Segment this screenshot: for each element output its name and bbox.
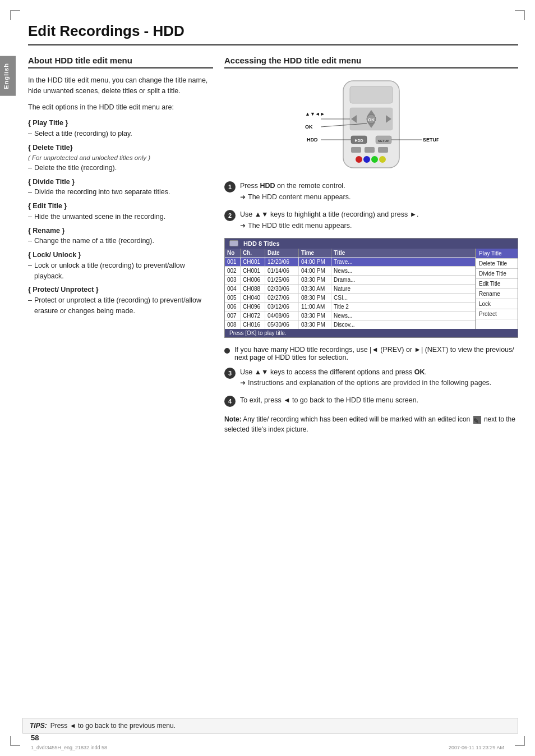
step-4-body: To exit, press ◄ to go back to the HDD t… xyxy=(240,395,518,407)
hdd-col-headers: No Ch. Date Time Title xyxy=(225,249,476,257)
step-2-arrow-text: The HDD title edit menu appears. xyxy=(248,222,352,230)
hdd-table: HDD 8 Titles No Ch. Date Time Title xyxy=(224,238,518,338)
cell-no: 004 xyxy=(225,285,241,293)
cell-no: 008 xyxy=(225,320,241,329)
menu-item-delete: { Delete Title} ( For unprotected and un… xyxy=(28,143,213,173)
cell-title: Trave... xyxy=(331,258,476,266)
menu-item-rename-desc: – Change the name of a title (recording)… xyxy=(28,236,213,246)
col-title-header: Title xyxy=(331,249,476,257)
step-4-num: 4 xyxy=(224,396,236,407)
step-3: 3 Use ▲▼ keys to access the different op… xyxy=(224,367,518,389)
dash: – xyxy=(28,260,32,282)
menu-item-delete-title: Delete Title xyxy=(476,259,518,269)
cell-title: Title 2 xyxy=(331,303,476,311)
cell-ch: CH072 xyxy=(241,311,265,320)
hdd-table-icon xyxy=(229,240,238,246)
left-section-heading: About HDD title edit menu xyxy=(28,56,213,68)
dash: – xyxy=(28,212,32,222)
cell-time: 04:00 PM xyxy=(299,258,331,266)
page-title: Edit Recordings - HDD xyxy=(28,22,518,45)
hdd-table-layout: No Ch. Date Time Title 001 CH001 12/20/0… xyxy=(225,249,518,329)
menu-item-delete-desc-text: Delete the title (recording). xyxy=(34,163,117,173)
cell-date: 05/30/06 xyxy=(265,320,299,329)
dash: – xyxy=(28,163,32,173)
hdd-table-data: No Ch. Date Time Title 001 CH001 12/20/0… xyxy=(225,249,476,329)
step-1: 1 Press HDD on the remote control. ➜ The… xyxy=(224,181,518,203)
svg-text:SETUP: SETUP xyxy=(423,137,439,143)
cell-title: CSI... xyxy=(331,294,476,302)
cell-ch: CH088 xyxy=(241,285,265,293)
right-column: Accessing the HDD title edit menu xyxy=(224,56,518,434)
menu-item-protect-desc-text: Protect or unprotect a title (recording)… xyxy=(34,295,213,317)
main-content: Edit Recordings - HDD About HDD title ed… xyxy=(22,0,518,434)
menu-item-rename-desc-text: Change the name of a title (recording). xyxy=(34,236,154,246)
cell-time: 04:00 PM xyxy=(299,267,331,275)
menu-item-protect: Protect xyxy=(476,309,518,319)
table-row: 001 CH001 12/20/06 04:00 PM Trave... xyxy=(225,257,476,266)
cell-time: 03:30 PM xyxy=(299,320,331,329)
menu-item-lock: Lock xyxy=(476,299,518,309)
remote-container: OK HDD SETUP xyxy=(224,75,518,171)
table-row: 008 CH016 05/30/06 03:30 PM Discov... xyxy=(225,320,476,329)
cell-no: 002 xyxy=(225,267,241,275)
menu-item-edit-desc: – Hide the unwanted scene in the recordi… xyxy=(28,212,213,222)
remote-svg: OK HDD SETUP xyxy=(304,75,439,171)
table-row: 004 CH088 02/30/06 03:30 AM Nature xyxy=(225,284,476,293)
svg-rect-1 xyxy=(350,86,393,103)
table-row: 003 CH006 01/25/06 03:30 PM Drama... xyxy=(225,275,476,284)
menu-item-edit-title: Edit Title xyxy=(476,279,518,289)
step-3-text: Use ▲▼ keys to access the different opti… xyxy=(240,367,518,378)
svg-point-18 xyxy=(371,156,378,163)
table-row: 007 CH072 04/08/06 03:30 PM News... xyxy=(225,311,476,320)
cell-no: 001 xyxy=(225,258,241,266)
remote-illustration: OK HDD SETUP xyxy=(304,75,439,171)
note-block: Note: Any title/ recording which has bee… xyxy=(224,414,518,434)
intro-para-1: In the HDD title edit menu, you can chan… xyxy=(28,75,213,97)
cell-date: 02/30/06 xyxy=(265,285,299,293)
table-row: 002 CH001 01/14/06 04:00 PM News... xyxy=(225,266,476,275)
svg-point-16 xyxy=(356,156,362,163)
dash: – xyxy=(28,236,32,246)
two-col-layout: About HDD title edit menu In the HDD tit… xyxy=(22,56,518,434)
col-ch-header: Ch. xyxy=(241,249,265,257)
cell-ch: CH001 xyxy=(241,267,265,275)
cell-no: 007 xyxy=(225,311,241,320)
menu-item-delete-desc: – Delete the title (recording). xyxy=(28,163,213,173)
dash: – xyxy=(28,187,32,198)
menu-item-play: { Play Title } – Select a title (recordi… xyxy=(28,118,213,139)
menu-item-rename: { Rename } – Change the name of a title … xyxy=(28,226,213,247)
cell-ch: CH096 xyxy=(241,303,265,311)
cell-time: 03:30 AM xyxy=(299,285,331,293)
page: English Edit Recordings - HDD About HDD … xyxy=(0,0,535,756)
step-1-arrow: ➜ The HDD content menu appears. xyxy=(240,193,518,201)
step-2-num: 2 xyxy=(224,210,236,221)
svg-text:▲▼◄►: ▲▼◄► xyxy=(305,111,325,117)
cell-date: 01/14/06 xyxy=(265,267,299,275)
cell-title: News... xyxy=(331,311,476,320)
menu-item-rename: Rename xyxy=(476,289,518,299)
bullet-dot xyxy=(224,348,230,354)
corner-tl xyxy=(10,10,20,20)
cell-date: 02/27/06 xyxy=(265,294,299,302)
svg-rect-13 xyxy=(351,147,361,153)
dash: – xyxy=(28,295,32,317)
menu-item-lock-desc: – Lock or unlock a title (recording) to … xyxy=(28,260,213,282)
step-3-num: 3 xyxy=(224,368,236,379)
cell-time: 03:30 PM xyxy=(299,276,331,284)
step-1-text: Press HDD on the remote control. xyxy=(240,181,518,191)
cell-date: 03/12/06 xyxy=(265,303,299,311)
step-2-body: Use ▲▼ keys to highlight a title (record… xyxy=(240,209,518,231)
menu-item-divide: { Divide Title } – Divide the recording … xyxy=(28,177,213,198)
step-4: 4 To exit, press ◄ to go back to the HDD… xyxy=(224,395,518,407)
table-row: 006 CH096 03/12/06 11:00 AM Title 2 xyxy=(225,302,476,311)
menu-item-divide-title: { Divide Title } xyxy=(28,177,213,187)
menu-item-lock-desc-text: Lock or unlock a title (recording) to pr… xyxy=(34,260,213,282)
col-time-header: Time xyxy=(299,249,331,257)
hdd-table-title-bar: HDD 8 Titles xyxy=(225,239,518,249)
cell-date: 01/25/06 xyxy=(265,276,299,284)
menu-item-divide-title: Divide Title xyxy=(476,269,518,279)
side-label: English xyxy=(0,56,16,96)
cell-time: 03:30 PM xyxy=(299,311,331,320)
svg-text:SETUP: SETUP xyxy=(378,139,389,143)
step-4-text: To exit, press ◄ to go back to the HDD t… xyxy=(240,395,518,406)
